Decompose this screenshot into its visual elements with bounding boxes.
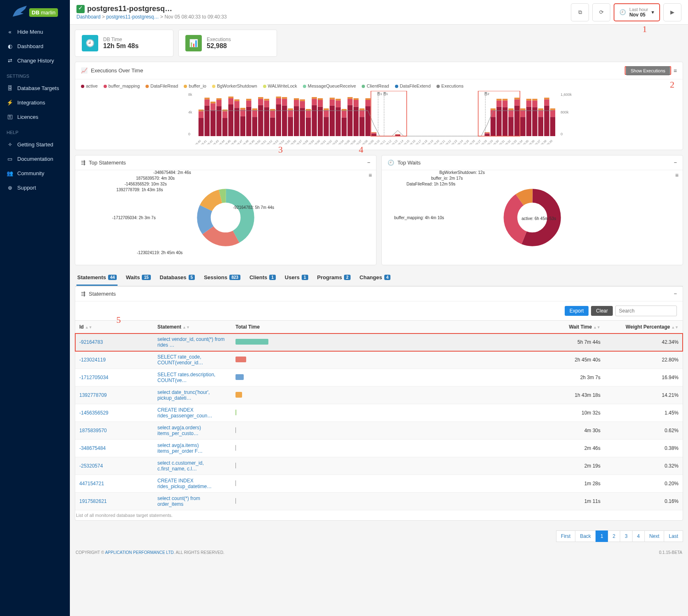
pager-1[interactable]: 1 [596,530,608,542]
legend-item[interactable]: DataFileRead [145,83,178,88]
pager-next[interactable]: Next [644,530,665,542]
legend-item[interactable]: active [81,83,98,88]
svg-rect-38 [246,107,252,137]
row-id-link[interactable]: 447154721 [79,481,104,486]
nav-change-history[interactable]: ⇄Change History [0,53,70,68]
row-stmt-link[interactable]: CREATE INDEX rides_pickup_datetime… [157,478,212,489]
table-row[interactable]: -348675484 select avg(a.items) items_per… [75,440,683,457]
table-row[interactable]: 447154721 CREATE INDEX rides_pickup_date… [75,475,683,493]
table-row[interactable]: 1917582621 select count(*) from order_it… [75,493,683,510]
pager-2[interactable]: 2 [608,530,621,542]
tab-users[interactable]: Users 1 [284,270,309,286]
pager-4[interactable]: 4 [632,530,645,542]
sidebar: DB marlin «Hide Menu ◐Dashboard ⇄Change … [0,0,70,563]
svg-rect-115 [360,110,365,117]
col-weight[interactable]: Weight Percentage▲▼ [605,321,683,333]
row-stmt-link[interactable]: SELECT rate_code, COUNT(vendor_id… [157,354,203,366]
crumb-target[interactable]: postgres11-postgresq… [106,14,159,20]
row-id-link[interactable]: 1392778709 [79,392,107,398]
row-stmt-link[interactable]: select avg(a.orders) items_per_custo… [157,425,201,436]
row-id-link[interactable]: -1712705034 [79,375,109,380]
nav-licences[interactable]: ⚿Licences [0,110,70,124]
legend-item[interactable]: buffer_mapping [104,83,140,88]
tab-clients[interactable]: Clients 1 [249,270,277,286]
table-row[interactable]: -25320574 select c.customer_id, c.first_… [75,457,683,475]
table-row[interactable]: -1456356529 CREATE INDEX rides_passenger… [75,404,683,422]
row-stmt-link[interactable]: CREATE INDEX rides_passenger_coun… [157,407,212,419]
export-button[interactable]: Export [565,306,589,316]
tab-waits[interactable]: Waits 15 [125,270,151,286]
nav-support[interactable]: ⊕Support [0,181,70,195]
row-stmt-link[interactable]: select vendor_id, count(*) from rides … [157,336,224,348]
legend-item[interactable]: buffer_io [184,83,206,88]
top-statements-donut[interactable] [197,189,254,246]
tab-sessions[interactable]: Sessions 823 [203,270,241,286]
table-row[interactable]: -123024119 SELECT rate_code, COUNT(vendo… [75,351,683,369]
legend-item[interactable]: WALWriteLock [263,83,297,88]
collapse-icon[interactable]: − [367,160,370,166]
col-statement[interactable]: Statement▲▼ [153,321,231,333]
row-id-link[interactable]: -348675484 [79,445,106,451]
clear-button[interactable]: Clear [591,306,613,316]
row-id-link[interactable]: 1875839570 [79,428,107,433]
table-row[interactable]: 1875839570 select avg(a.orders) items_pe… [75,422,683,440]
collapse-icon[interactable]: − [674,160,677,166]
logo[interactable]: DB marlin [0,0,70,25]
tab-programs[interactable]: Programs 2 [316,270,351,286]
pager-first[interactable]: First [556,530,575,542]
svg-text:0: 0 [188,132,190,136]
time-range-picker[interactable]: 🕘 Last hourNov 05 ▾ 1 [614,3,660,21]
nav-getting-started[interactable]: ✧Getting Started [0,137,70,152]
tab-changes[interactable]: Changes 4 [359,270,391,286]
panel-menu-icon[interactable]: ≡ [369,172,372,178]
row-id-link[interactable]: -92164783 [79,339,103,345]
table-row[interactable]: 1392778709 select date_trunc('hour', pic… [75,387,683,404]
pager-back[interactable]: Back [575,530,596,542]
table-row[interactable]: -92164783 select vendor_id, count(*) fro… [75,333,683,351]
svg-text:08:59: 08:59 [307,139,314,144]
legend-item[interactable]: BgWorkerShutdown [212,83,257,88]
nav-documentation[interactable]: ▭Documentation [0,152,70,166]
legend-item[interactable]: DataFileExtend [395,83,431,88]
refresh-button[interactable]: ⟳ [592,3,610,21]
svg-rect-232 [532,99,538,100]
row-stmt-link[interactable]: SELECT rates.description, COUNT(ve… [157,372,215,383]
nav-dashboard[interactable]: ◐Dashboard [0,39,70,53]
collapse-icon[interactable]: − [674,291,677,297]
col-wait[interactable]: Wait Time▲▼ [526,321,605,333]
executions-chart[interactable]: 8k 4k 0 1,600k 800k 008:4008:4108:4208:4… [81,91,677,144]
tab-statements[interactable]: Statements 44 [76,270,118,286]
copy-button[interactable]: ⧉ [571,3,589,21]
row-stmt-link[interactable]: select c.customer_id, c.first_name, c.l… [157,460,204,472]
table-row[interactable]: -1712705034 SELECT rates.description, CO… [75,369,683,387]
svg-rect-20 [217,98,222,100]
flow-icon: ⇶ [81,291,85,297]
col-id[interactable]: Id▲▼ [75,321,153,333]
panel-menu-icon[interactable]: ≡ [675,172,679,178]
lifebuoy-icon: ⊕ [7,185,13,191]
nav-integrations[interactable]: ⚡Integrations [0,95,70,110]
row-stmt-link[interactable]: select date_trunc('hour', pickup_dateti… [157,389,210,401]
legend-item[interactable]: MessageQueueReceive [303,83,356,88]
row-id-link[interactable]: -25320574 [79,463,103,469]
nav-db-targets[interactable]: 🗄Database Targets [0,81,70,95]
row-stmt-link[interactable]: select avg(a.items) items_per_order F… [157,442,203,454]
legend-item[interactable]: ClientRead [362,83,389,88]
legend-item[interactable]: Executions [436,83,464,88]
row-stmt-link[interactable]: select count(*) from order_items [157,496,200,507]
pager-3[interactable]: 3 [620,530,633,542]
play-button[interactable]: ▶ [663,3,681,21]
hide-menu[interactable]: «Hide Menu [0,25,70,39]
col-total[interactable]: Total Time [231,321,526,333]
tab-databases[interactable]: Databases 5 [159,270,196,286]
show-executions-button[interactable]: Show Executions [626,66,670,75]
row-id-link[interactable]: 1917582621 [79,498,107,504]
crumb-dashboard[interactable]: Dashboard [76,14,101,20]
pager-last[interactable]: Last [664,530,683,542]
nav-community[interactable]: 👥Community [0,166,70,181]
panel-menu-icon[interactable]: ≡ [674,67,677,74]
row-id-link[interactable]: -123024119 [79,357,106,363]
footer-link[interactable]: APPLICATION PERFORMANCE LTD [105,550,174,555]
search-input[interactable] [615,306,677,316]
row-id-link[interactable]: -1456356529 [79,410,109,416]
